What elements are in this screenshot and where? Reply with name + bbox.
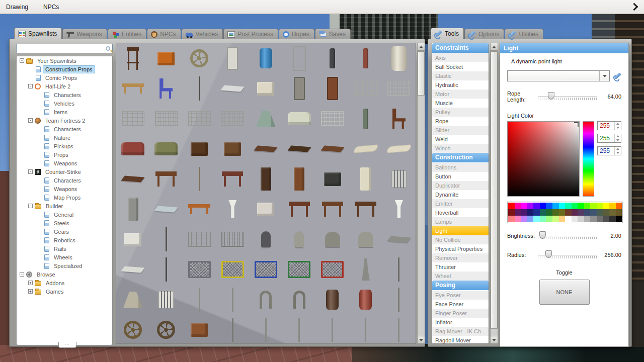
- prop-item[interactable]: [283, 254, 316, 285]
- palette-swatch[interactable]: [533, 203, 540, 209]
- scroll-thumb[interactable]: [418, 51, 425, 96]
- tool-item-thruster[interactable]: Thruster: [432, 262, 489, 272]
- palette-swatch[interactable]: [559, 203, 566, 209]
- prop-item[interactable]: [216, 134, 249, 164]
- tab-options[interactable]: Options: [464, 29, 504, 39]
- tree-expander[interactable]: +: [28, 289, 33, 294]
- prop-item[interactable]: [249, 164, 282, 194]
- tree-expander[interactable]: -: [28, 204, 33, 208]
- palette-swatch[interactable]: [572, 203, 578, 209]
- prop-item[interactable]: [116, 194, 149, 224]
- red-spinner[interactable]: 255: [597, 121, 621, 130]
- prop-item[interactable]: [349, 104, 382, 134]
- tool-item-rope[interactable]: Rope: [432, 117, 489, 126]
- radius-slider[interactable]: [538, 250, 597, 259]
- tool-item-weld[interactable]: Weld: [432, 135, 489, 144]
- tool-item-ball-socket[interactable]: Ball Socket: [432, 62, 489, 71]
- prop-item[interactable]: [249, 104, 282, 134]
- prop-item[interactable]: [149, 73, 183, 104]
- tool-item-lamps[interactable]: Lamps: [432, 217, 489, 226]
- tree-item-characters[interactable]: Characters: [17, 176, 112, 185]
- tab-weapons[interactable]: Weapons: [62, 29, 107, 39]
- prop-item[interactable]: [283, 315, 316, 344]
- prop-item[interactable]: [349, 43, 382, 73]
- prop-item[interactable]: [349, 254, 382, 285]
- prop-item[interactable]: [183, 164, 216, 194]
- palette-swatch[interactable]: [508, 216, 515, 222]
- tool-item-elastic[interactable]: Elastic: [432, 71, 489, 80]
- tree-item-robotics[interactable]: Robotics: [17, 236, 112, 244]
- tool-item-remover[interactable]: Remover: [432, 253, 489, 262]
- palette-swatch[interactable]: [597, 209, 603, 216]
- tab-npcs[interactable]: NPCs: [147, 29, 181, 39]
- tree-item-browse[interactable]: -Browse: [17, 270, 112, 279]
- prop-item[interactable]: [249, 43, 282, 73]
- tree-item-nature[interactable]: Nature: [17, 133, 112, 142]
- palette-swatch[interactable]: [521, 216, 527, 222]
- tree-item-props[interactable]: Props: [17, 150, 112, 159]
- prop-item[interactable]: [249, 134, 282, 164]
- tool-item-eye-poser[interactable]: Eye Poser: [432, 291, 489, 300]
- prop-item[interactable]: [216, 254, 249, 285]
- dropdown-arrow-icon[interactable]: [599, 71, 609, 81]
- palette-swatch[interactable]: [559, 209, 566, 216]
- prop-item[interactable]: [116, 134, 149, 164]
- chevron-right-icon[interactable]: [630, 3, 638, 11]
- prop-item[interactable]: [283, 104, 316, 134]
- tree-item-team-fortress-2[interactable]: -Team Fortress 2: [17, 116, 112, 125]
- preset-dropdown[interactable]: [507, 70, 610, 81]
- prop-item[interactable]: [382, 43, 416, 73]
- prop-item[interactable]: [382, 194, 416, 224]
- prop-item[interactable]: [149, 164, 183, 194]
- tree-item-wheels[interactable]: Wheels: [17, 253, 112, 261]
- palette-swatch[interactable]: [584, 216, 591, 222]
- prop-item[interactable]: [249, 224, 282, 254]
- tree-item-steels[interactable]: Steels: [17, 219, 112, 227]
- tree-expander[interactable]: -: [28, 84, 33, 88]
- prop-item[interactable]: [349, 224, 382, 254]
- tool-item-face-poser[interactable]: Face Poser: [432, 300, 489, 309]
- prop-item[interactable]: [216, 43, 249, 73]
- palette-swatch[interactable]: [527, 216, 534, 222]
- spinner-arrows[interactable]: [614, 134, 621, 142]
- prop-item[interactable]: [349, 194, 382, 224]
- palette-swatch[interactable]: [527, 203, 534, 209]
- tree-item-weapons[interactable]: Weapons: [17, 159, 112, 167]
- palette-swatch[interactable]: [508, 209, 515, 216]
- palette-swatch[interactable]: [552, 216, 559, 222]
- palette-swatch[interactable]: [508, 203, 515, 209]
- prop-item[interactable]: [382, 104, 416, 134]
- tool-item-motor[interactable]: Motor: [432, 89, 489, 99]
- tool-item-winch[interactable]: Winch: [432, 144, 489, 153]
- palette-swatch[interactable]: [546, 209, 552, 216]
- tool-item-physical-properties[interactable]: Physical Properties: [432, 244, 489, 253]
- palette-swatch[interactable]: [533, 216, 540, 222]
- prop-item[interactable]: [183, 194, 216, 224]
- palette-swatch[interactable]: [590, 216, 597, 222]
- prop-item[interactable]: [149, 285, 183, 315]
- tool-item-dynamite[interactable]: Dynamite: [432, 190, 489, 199]
- palette-swatch[interactable]: [590, 209, 597, 216]
- prop-item[interactable]: [316, 285, 349, 315]
- prop-item[interactable]: [316, 43, 349, 73]
- palette-swatch[interactable]: [597, 203, 603, 209]
- tree-item-specialized[interactable]: Specialized: [17, 261, 112, 270]
- prop-item[interactable]: [382, 73, 416, 104]
- palette-swatch[interactable]: [552, 203, 559, 209]
- tree-item-general[interactable]: General: [17, 210, 112, 219]
- palette-swatch[interactable]: [609, 203, 616, 209]
- tool-item-muscle[interactable]: Muscle: [432, 99, 489, 108]
- prop-item[interactable]: [216, 315, 249, 344]
- palette-swatch[interactable]: [584, 209, 591, 216]
- palette-swatch[interactable]: [590, 203, 597, 209]
- prop-item[interactable]: [283, 73, 316, 104]
- brightness-slider[interactable]: [538, 231, 597, 240]
- prop-item[interactable]: [216, 194, 249, 224]
- palette-swatch[interactable]: [515, 203, 521, 209]
- palette-swatch[interactable]: [597, 216, 603, 222]
- tree-resize-grip[interactable]: ...: [58, 342, 76, 348]
- palette-swatch[interactable]: [616, 203, 622, 209]
- prop-item[interactable]: [283, 224, 316, 254]
- tree-expander[interactable]: -: [20, 272, 24, 277]
- tool-item-balloons[interactable]: Balloons: [432, 163, 489, 172]
